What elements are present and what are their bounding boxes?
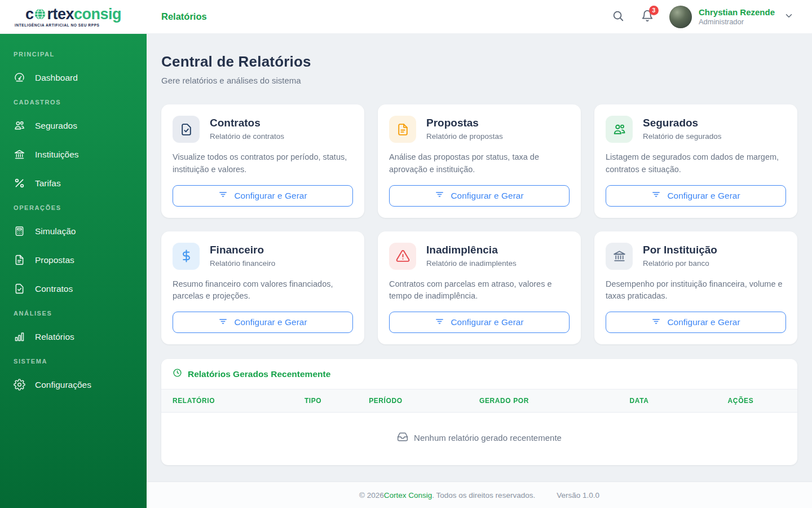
logo-text-consig: consig [74,7,121,22]
file-check-icon [173,116,200,143]
card-subtitle: Relatório de inadimplentes [426,259,517,268]
clock-icon [173,368,182,380]
filter-icon [435,317,444,329]
button-label: Configurar e Gerar [451,317,523,327]
card-subtitle: Relatório por banco [643,259,717,268]
sidebar-item-label: Contratos [35,284,73,294]
filter-icon [651,317,661,329]
page-subtitle: Gere relatórios e análises do sistema [161,76,797,85]
report-card: Segurados Relatório de segurados Listage… [594,104,797,218]
page-title: Central de Relatórios [161,53,797,71]
sidebar-item-label: Segurados [35,121,77,131]
sidebar-item-instituicoes[interactable]: Instituições [0,140,147,169]
button-label: Configurar e Gerar [234,191,307,201]
configure-generate-button[interactable]: Configurar e Gerar [606,312,786,333]
file-check-icon [14,283,25,295]
footer: © 2026 Cortex Consig . Todos os direitos… [147,481,812,508]
column-header: RELATÓRIO [173,397,304,405]
button-label: Configurar e Gerar [667,317,740,327]
filter-icon [651,190,661,202]
search-button[interactable] [611,10,625,24]
card-subtitle: Relatório de contratos [210,132,284,141]
report-card: Contratos Relatório de contratos Visuali… [161,104,364,218]
card-description: Análise das propostas por status, taxa d… [389,151,570,176]
report-cards-grid: Contratos Relatório de contratos Visuali… [161,104,797,344]
card-subtitle: Relatório de segurados [643,132,722,141]
card-description: Resumo financeiro com valores financiado… [173,278,353,303]
card-subtitle: Relatório financeiro [210,259,275,268]
recent-reports-header: Relatórios Gerados Recentemente [161,359,797,389]
logo-text-cortex: c [25,7,34,22]
button-label: Configurar e Gerar [667,191,740,201]
bank-icon [14,148,25,160]
card-description: Listagem de segurados com dados de marge… [606,151,786,176]
sidebar-item-label: Propostas [35,255,74,265]
report-card: Por Instituição Relatório por banco Dese… [594,231,797,345]
report-card: Inadimplência Relatório de inadimplentes… [378,231,581,345]
column-header: TIPO [304,397,369,405]
card-title: Propostas [426,117,503,129]
sidebar-item-propostas[interactable]: Propostas [0,246,147,274]
table-header-row: RELATÓRIOTIPOPERÍODOGERADO PORDATAAÇÕES [161,389,797,413]
calculator-icon [14,225,25,237]
sidebar-section-label: CADASTROS [0,92,147,111]
filter-icon [218,190,228,202]
sidebar-section-label: OPERAÇÕES [0,198,147,217]
file-text-icon [389,116,416,143]
footer-copyright-prefix: © 2026 [359,491,384,500]
configure-generate-button[interactable]: Configurar e Gerar [389,185,570,207]
inbox-icon [397,431,408,444]
card-title: Inadimplência [426,244,517,256]
main-area: Central de Relatórios Gere relatórios e … [147,34,812,508]
column-header: PERÍODO [369,397,479,405]
column-header: GERADO POR [479,397,630,405]
sidebar-item-simulacao[interactable]: Simulação [0,217,147,246]
logo-text-cortex-rest: rtex [47,7,74,22]
brand-logo[interactable]: crtexconsig INTELIGÊNCIA ARTIFICIAL NO S… [0,7,147,27]
sidebar-item-dashboard[interactable]: Dashboard [0,63,147,92]
sidebar-nav: PRINCIPAL Dashboard CADASTROS Segurados … [0,34,147,508]
card-title: Contratos [210,117,284,129]
notification-badge: 3 [649,6,659,15]
column-header: DATA [630,397,728,405]
configure-generate-button[interactable]: Configurar e Gerar [173,185,353,207]
sidebar-item-label: Simulação [35,226,76,237]
card-title: Financeiro [210,244,275,256]
sidebar-item-label: Relatórios [35,332,74,342]
sidebar-item-configuracoes[interactable]: Configurações [0,370,147,399]
header-actions: 3 Chrystian Rezende Administrador [611,6,812,28]
dollar-icon [173,243,200,270]
avatar [669,6,692,28]
card-title: Segurados [643,117,722,129]
warning-icon [389,243,416,270]
card-title: Por Instituição [643,244,717,256]
configure-generate-button[interactable]: Configurar e Gerar [173,312,353,333]
notifications-button[interactable]: 3 [640,10,655,24]
breadcrumb-page-title: Relatórios [161,11,207,22]
report-card: Financeiro Relatório financeiro Resumo f… [161,231,364,345]
card-description: Contratos com parcelas em atraso, valore… [389,278,570,303]
report-card: Propostas Relatório de propostas Análise… [378,104,581,218]
percent-icon [14,177,25,189]
button-label: Configurar e Gerar [451,191,523,201]
sidebar-item-segurados[interactable]: Segurados [0,111,147,140]
recent-reports-panel: Relatórios Gerados Recentemente RELATÓRI… [161,359,797,465]
file-text-icon [14,254,25,266]
recent-reports-title: Relatórios Gerados Recentemente [188,369,330,379]
footer-version: Versão 1.0.0 [557,491,599,500]
sidebar-item-contratos[interactable]: Contratos [0,274,147,303]
configure-generate-button[interactable]: Configurar e Gerar [606,185,786,207]
sidebar-item-relatorios[interactable]: Relatórios [0,322,147,351]
user-menu[interactable]: Chrystian Rezende Administrador [669,6,794,28]
bank-icon [606,243,633,270]
gauge-icon [14,72,25,84]
sidebar-item-label: Configurações [35,380,91,390]
sidebar-section-label: SISTEMA [0,351,147,370]
footer-rights: . Todos os direitos reservados. [432,491,535,500]
sidebar-section-label: PRINCIPAL [0,44,147,63]
configure-generate-button[interactable]: Configurar e Gerar [389,312,570,333]
sidebar-item-tarifas[interactable]: Tarifas [0,169,147,198]
filter-icon [218,317,228,329]
table-empty-state: Nenhum relatório gerado recentemente [161,413,797,465]
column-header: AÇÕES [728,397,786,405]
